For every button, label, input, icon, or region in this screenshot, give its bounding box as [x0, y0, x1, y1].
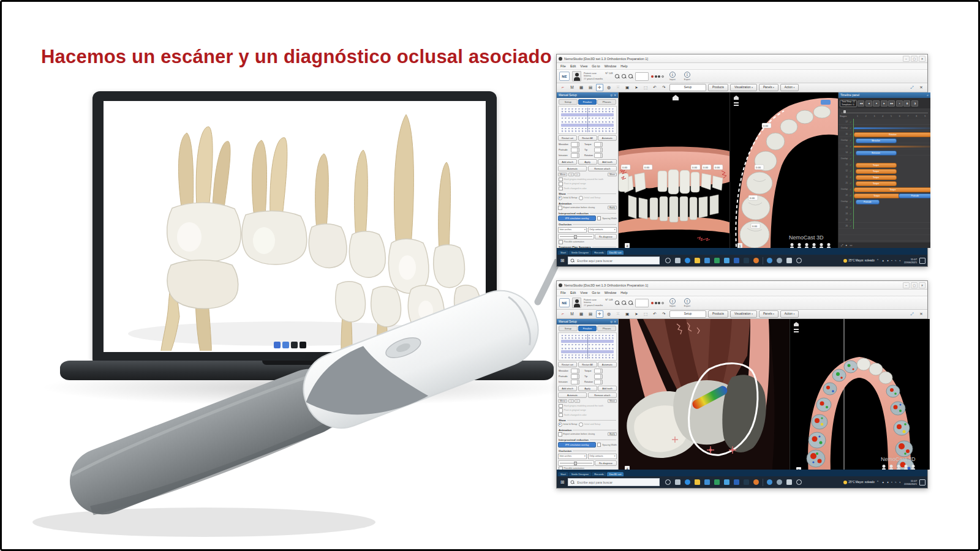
products-button[interactable]: Products [708, 84, 728, 91]
taskbar-app-icon[interactable] [786, 258, 792, 263]
menu-item-window[interactable]: Window [605, 64, 617, 68]
row-check-icon[interactable]: ✓ [848, 139, 853, 142]
row-check-icon[interactable]: ✓ [848, 206, 853, 209]
occlusion-slider[interactable] [558, 234, 594, 239]
zoom-tool-icon[interactable] [615, 74, 619, 78]
frontal-view-viewport[interactable]: 0.00 0.00 0.00 0.00 0.00 4 [619, 92, 730, 248]
layout-tool-icon[interactable]: ▤ [587, 310, 594, 318]
last-step-button[interactable]: ▶▶ [888, 100, 895, 107]
gingiva-checkbox[interactable] [559, 404, 563, 408]
start-button[interactable]: ⊞ [559, 255, 566, 266]
row-check-icon[interactable]: ✓ [848, 176, 853, 179]
row-check-icon[interactable]: ✓ [848, 151, 853, 154]
spacing-width-checkbox[interactable] [597, 216, 601, 220]
menu-item-view[interactable]: View [580, 291, 587, 294]
row-check-icon[interactable]: ✓ [848, 219, 853, 222]
menu-item-window[interactable]: Window [605, 291, 617, 294]
taskbar-app-icon[interactable] [704, 258, 710, 263]
panel-close-icon[interactable]: ✕ [614, 320, 616, 323]
panels-dropdown[interactable]: Panels ▾ [759, 310, 778, 318]
export-button[interactable]: ↧ Export [681, 298, 693, 307]
close-button[interactable]: ✕ [919, 56, 925, 62]
image-tool-icon[interactable]: ▣ [624, 310, 631, 318]
row-check-icon[interactable]: ✓ [848, 127, 853, 130]
taskbar-app-icon[interactable] [665, 258, 671, 263]
taskbar-app-icon[interactable] [786, 479, 792, 485]
add-tooth-button[interactable]: Add tooth [598, 159, 617, 165]
taskbar-app-icon[interactable] [767, 258, 772, 263]
setup-button[interactable]: Setup [669, 84, 706, 91]
timeline-bar[interactable] [854, 127, 930, 129]
close-view-icon[interactable]: ✕ [918, 310, 925, 318]
bar-icon[interactable]: ▭ [850, 244, 852, 247]
pivot-checkbox[interactable] [559, 182, 563, 186]
module-tab-smile-designer[interactable]: Smile Designer [569, 250, 591, 255]
taskbar-app-icon[interactable] [777, 479, 782, 485]
row-check-icon[interactable]: ✓ [848, 170, 853, 173]
selection-chip[interactable] [821, 100, 831, 105]
pivot-checkbox[interactable] [559, 408, 563, 413]
zoom-out-icon[interactable] [628, 301, 633, 305]
restart-set-button[interactable]: Restart set [558, 135, 577, 141]
taskbar-app-icon[interactable] [777, 258, 782, 263]
taskbar-app-icon[interactable] [685, 479, 690, 485]
menu-item-goto[interactable]: Go to [592, 64, 600, 68]
tray-caret-icon[interactable]: ^ [877, 481, 880, 484]
menu-item-file[interactable]: File [560, 64, 566, 68]
start-button[interactable]: ⊞ [559, 476, 566, 488]
cursor-tool-icon[interactable]: ➤ [633, 84, 640, 91]
timeline-bar[interactable]: Torque [856, 163, 897, 168]
timeline-slider[interactable] [841, 109, 928, 113]
mirror-left-button[interactable]: ◁ [568, 173, 574, 176]
menu-item-help[interactable]: Help [620, 64, 627, 68]
grid-tool-icon[interactable]: ▦ [578, 310, 585, 318]
redo-icon[interactable]: ↷ [660, 310, 668, 318]
close-view-icon[interactable]: ✕ [918, 84, 925, 91]
add-attach-button[interactable]: Add attach [558, 159, 577, 165]
rediagnose-button[interactable]: Re-diagnose [595, 460, 617, 466]
intrusion-input[interactable] [571, 380, 579, 384]
mesialize-input[interactable] [571, 142, 579, 147]
action-dropdown[interactable]: Action ▾ [780, 310, 799, 318]
weather-widget[interactable]: 25°C Mayor. soleado [843, 481, 875, 484]
split-button[interactable]: ◨ [911, 100, 918, 107]
taskbar-app-icon[interactable] [734, 479, 739, 485]
taskbar-clock[interactable]: 11:07 22/06/2021 [904, 479, 917, 485]
menu-item-goto[interactable]: Go to [592, 291, 600, 294]
grid-tool-icon[interactable]: ▦ [578, 84, 585, 91]
setup-button[interactable]: Setup [669, 310, 706, 318]
interarches-select[interactable]: Inter-arches▾ [558, 454, 587, 459]
rotation-input[interactable] [594, 380, 603, 384]
close-button[interactable]: ✕ [919, 282, 925, 288]
row-check-icon[interactable]: ✓ [848, 163, 853, 167]
tab-setup[interactable]: Setup [559, 99, 578, 105]
taskbar-app-icon[interactable] [695, 479, 700, 485]
model-tool-icon[interactable]: M [568, 84, 576, 91]
grid-button[interactable]: ▦ [903, 100, 910, 107]
mesh-tool-icon[interactable]: ◍ [605, 310, 612, 318]
show-setup-radio[interactable] [579, 422, 583, 427]
tab-finalize[interactable]: Finalize [578, 99, 597, 105]
minimize-button[interactable]: – [903, 56, 910, 62]
panels-dropdown[interactable]: Panels ▾ [759, 84, 778, 91]
module-tab-start[interactable]: Start [558, 250, 568, 255]
taskbar-app-icon[interactable] [695, 258, 700, 263]
taskbar-search[interactable] [568, 257, 660, 264]
tray-caret-icon[interactable]: ^ [877, 259, 880, 262]
panel-pin-icon[interactable]: ◎ [610, 94, 612, 97]
products-button[interactable]: Products [708, 310, 728, 318]
first-step-button[interactable]: ◀◀ [858, 100, 864, 107]
timeline-bar[interactable]: Torque [856, 181, 897, 187]
tooth-tool-icon[interactable]: ⌐ [559, 84, 567, 91]
module-tab-smile-designer[interactable]: Smile Designer [569, 472, 591, 476]
show-initial-radio[interactable] [558, 422, 562, 427]
menu-item-file[interactable]: File [560, 291, 566, 294]
visualization-dropdown[interactable]: Visualization ▾ [730, 84, 757, 91]
row-check-icon[interactable]: ✓ [848, 182, 853, 185]
notification-center-icon[interactable] [919, 258, 925, 264]
fullscreen-icon[interactable]: ⤢ [908, 310, 916, 318]
dot-icon[interactable]: ● [846, 244, 848, 247]
timeline-bar[interactable]: Torque [856, 169, 897, 174]
maximize-button[interactable]: ▢ [911, 56, 918, 62]
module-tab-records[interactable]: Records [592, 250, 606, 255]
